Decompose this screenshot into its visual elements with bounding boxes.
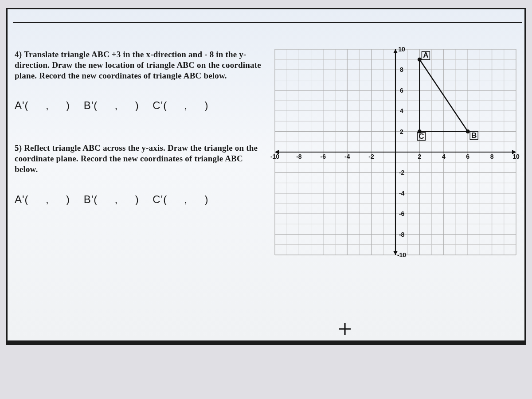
question-5: 5) Reflect triangle ABC across the y-axi… [15, 143, 263, 205]
vertex-B [466, 129, 470, 133]
q5-b-y-slot[interactable] [121, 193, 132, 206]
q5-c-label: C'( [153, 193, 167, 205]
q5-a-sep: , [46, 193, 49, 205]
coordinate-plane: -10-8-6-4-2246810108642-2-4-6-8-10ABC [267, 41, 524, 263]
question-4-text: 4) Translate triangle ABC +3 in the x-di… [15, 49, 263, 81]
x-tick-label: 10 [512, 153, 520, 160]
q4-a-sep: , [46, 99, 49, 111]
q4-a-label: A'( [15, 99, 29, 111]
q5-a-y-slot[interactable] [52, 193, 63, 206]
q4-a-y-slot[interactable] [52, 99, 63, 112]
x-tick-label: -2 [368, 153, 374, 160]
x-tick-label: 4 [442, 153, 446, 160]
x-tick-label: -6 [321, 153, 326, 160]
q4-b-sep: , [115, 99, 118, 111]
q5-b-label: B'( [84, 193, 98, 205]
question-5-answer-line: A'( , ) B'( , ) C'( , ) [15, 193, 263, 206]
q4-a-x-slot[interactable] [32, 99, 42, 112]
questions-column: 4) Translate triangle ABC +3 in the x-di… [15, 49, 263, 228]
q5-c-sep: , [184, 193, 188, 205]
q4-b-close: ) [135, 99, 139, 111]
q5-c-y-slot[interactable] [191, 193, 201, 206]
vertex-label-C: C [419, 132, 424, 141]
y-tick-label: 10 [398, 46, 405, 53]
q4-c-sep: , [184, 99, 188, 111]
q4-b-y-slot[interactable] [121, 99, 132, 112]
q4-c-y-slot[interactable] [191, 99, 201, 112]
x-tick-label: -4 [344, 153, 350, 160]
x-tick-label: -10 [270, 153, 279, 160]
x-tick-label: 6 [466, 153, 469, 160]
svg-marker-68 [393, 49, 398, 53]
y-tick-label: 6 [400, 87, 403, 94]
x-tick-label: 2 [418, 153, 422, 160]
y-tick-label: -8 [399, 231, 405, 238]
coordinate-plane-svg: -10-8-6-4-2246810108642-2-4-6-8-10ABC [267, 41, 524, 263]
x-tick-label: 8 [490, 153, 494, 160]
y-tick-label: 4 [400, 107, 403, 114]
question-5-text: 5) Reflect triangle ABC across the y-axi… [15, 143, 263, 174]
x-tick-label: -8 [296, 153, 302, 160]
q5-a-label: A'( [15, 193, 29, 205]
vertex-A [418, 58, 422, 62]
q5-a-close: ) [66, 193, 70, 205]
top-rule [13, 22, 522, 23]
y-tick-label: -2 [399, 169, 405, 176]
vertex-label-B: B [471, 131, 477, 140]
y-tick-label: -6 [399, 210, 405, 217]
y-tick-label: 2 [400, 128, 403, 135]
y-tick-label: 8 [400, 66, 403, 73]
q5-b-x-slot[interactable] [101, 193, 111, 206]
question-4-answer-line: A'( , ) B'( , ) C'( , ) [15, 99, 263, 112]
q4-b-label: B'( [84, 99, 98, 111]
y-tick-label: -10 [397, 251, 406, 258]
q5-b-sep: , [115, 193, 118, 205]
q4-a-close: ) [66, 99, 70, 111]
worksheet-sheet: 4) Translate triangle ABC +3 in the x-di… [6, 8, 526, 345]
vertex-label-A: A [423, 51, 428, 59]
add-button[interactable] [336, 320, 354, 338]
q4-c-label: C'( [153, 99, 167, 111]
q4-c-x-slot[interactable] [171, 99, 181, 112]
y-tick-label: -4 [399, 190, 405, 197]
question-4: 4) Translate triangle ABC +3 in the x-di… [15, 49, 263, 112]
q4-c-close: ) [205, 99, 209, 111]
plus-icon [337, 321, 352, 336]
q5-c-close: ) [205, 193, 209, 205]
q5-c-x-slot[interactable] [171, 193, 181, 206]
q5-a-x-slot[interactable] [32, 193, 42, 206]
q5-b-close: ) [135, 193, 139, 205]
q4-b-x-slot[interactable] [101, 99, 111, 112]
